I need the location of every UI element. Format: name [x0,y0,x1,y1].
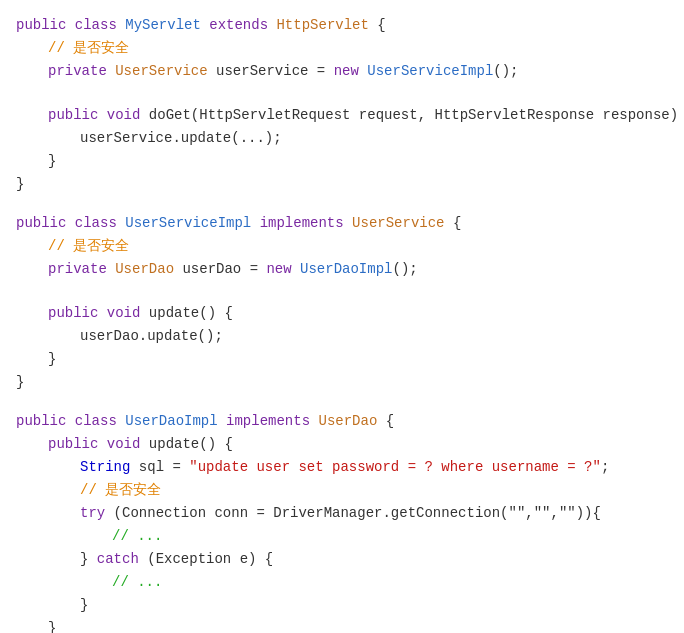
code-line: private UserDao userDao = new UserDaoImp… [0,258,684,281]
code-token: doGet(HttpServletRequest request, HttpSe… [149,105,684,126]
code-token: public [48,105,107,126]
code-line: public void update() { [0,302,684,325]
code-line: private UserService userService = new Us… [0,60,684,83]
code-line: // 是否安全 [0,235,684,258]
code-token: { [377,411,394,432]
code-token: UserDaoImpl [125,411,226,432]
code-token: ; [601,457,609,478]
code-token: } [80,595,88,616]
code-line: } [0,173,684,196]
code-token: UserServiceImpl [125,213,259,234]
code-line [0,83,684,104]
code-line: } [0,150,684,173]
code-token: userService = [208,61,334,82]
code-token: class [75,15,125,36]
code-line: // 是否安全 [0,37,684,60]
code-token: // 是否安全 [48,236,129,257]
code-token: { [445,213,462,234]
code-line: } [0,371,684,394]
code-line: // 是否安全 [0,479,684,502]
code-token: } [48,349,56,370]
code-token: catch [97,549,139,570]
code-token: UserService [115,61,207,82]
code-token: (); [392,259,417,280]
code-line: userDao.update(); [0,325,684,348]
code-line: userService.update(...); [0,127,684,150]
code-token: HttpServlet [276,15,368,36]
code-token: update() { [149,434,233,455]
code-token: public [16,15,75,36]
code-token: try [80,503,105,524]
code-token: UserDaoImpl [300,259,392,280]
code-token: extends [209,15,276,36]
code-token: new [334,61,368,82]
code-token: userDao = [174,259,266,280]
code-token: (Connection conn = DriverManager.getConn… [105,503,601,524]
code-token: // 是否安全 [80,480,161,501]
code-token: userService.update(...); [80,128,282,149]
code-token: UserService [352,213,444,234]
code-token: MyServlet [125,15,209,36]
code-line: public void update() { [0,433,684,456]
code-block-3: public class UserDaoImpl implements User… [0,406,684,633]
code-viewer: public class MyServlet extends HttpServl… [0,10,684,633]
code-token: public [16,411,75,432]
code-block-1: public class MyServlet extends HttpServl… [0,10,684,200]
code-token: } [48,151,56,172]
code-line: try (Connection conn = DriverManager.get… [0,502,684,525]
code-line: public class MyServlet extends HttpServl… [0,14,684,37]
code-line: // ... [0,525,684,548]
code-line: public class UserDaoImpl implements User… [0,410,684,433]
code-token: void [107,303,149,324]
code-token: private [48,259,115,280]
code-token: (); [493,61,518,82]
code-line [0,281,684,302]
code-token: } [80,549,97,570]
code-token: class [75,411,125,432]
code-token: } [48,618,56,633]
code-token: implements [226,411,318,432]
code-line: public class UserServiceImpl implements … [0,212,684,235]
code-token: UserDao [115,259,174,280]
code-token: UserServiceImpl [367,61,493,82]
code-token: } [16,372,24,393]
code-token: // 是否安全 [48,38,129,59]
code-token: implements [260,213,352,234]
code-block-2: public class UserServiceImpl implements … [0,208,684,398]
code-token: public [48,303,107,324]
code-line: } [0,617,684,633]
code-token: class [75,213,125,234]
code-line: } [0,348,684,371]
code-token: sql = [130,457,189,478]
code-token: userDao.update(); [80,326,223,347]
code-token: String [80,457,130,478]
code-line: } catch (Exception e) { [0,548,684,571]
code-token: public [16,213,75,234]
code-line: // ... [0,571,684,594]
code-token: { [369,15,386,36]
code-token: void [107,105,149,126]
code-token: "update user set password = ? where user… [189,457,601,478]
code-token: // ... [112,572,162,593]
code-token: (Exception e) { [139,549,273,570]
code-line: String sql = "update user set password =… [0,456,684,479]
code-token: private [48,61,115,82]
code-token: void [107,434,149,455]
code-token: } [16,174,24,195]
code-line: } [0,594,684,617]
code-token: public [48,434,107,455]
code-token: UserDao [318,411,377,432]
code-token: new [266,259,300,280]
code-line: public void doGet(HttpServletRequest req… [0,104,684,127]
code-token: // ... [112,526,162,547]
code-token: update() { [149,303,233,324]
